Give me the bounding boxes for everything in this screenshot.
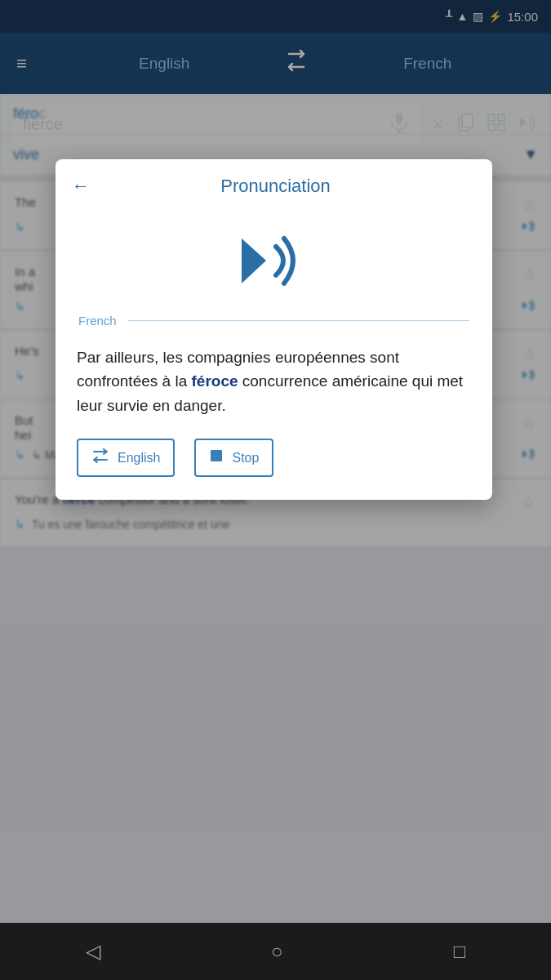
swap-icon [91, 448, 109, 467]
svg-rect-15 [211, 450, 222, 461]
modal-lang-label: French [78, 314, 117, 327]
modal-header: ← Pronunciation [56, 159, 492, 210]
stop-icon [209, 448, 224, 467]
modal-buttons: English Stop [56, 434, 492, 477]
modal-sound-area[interactable] [56, 210, 492, 307]
modal-text-content: Par ailleurs, les compagnies européennes… [56, 327, 492, 434]
stop-button[interactable]: Stop [194, 439, 273, 477]
modal-back-button[interactable]: ← [72, 176, 90, 197]
english-button[interactable]: English [77, 439, 175, 477]
pronunciation-modal: ← Pronunciation French Par ailleurs, les… [56, 159, 492, 500]
modal-lang-row: French [56, 307, 492, 327]
english-button-label: English [118, 451, 160, 466]
modal-title: Pronunciation [103, 176, 448, 197]
stop-button-label: Stop [232, 451, 259, 466]
svg-marker-14 [242, 238, 266, 283]
